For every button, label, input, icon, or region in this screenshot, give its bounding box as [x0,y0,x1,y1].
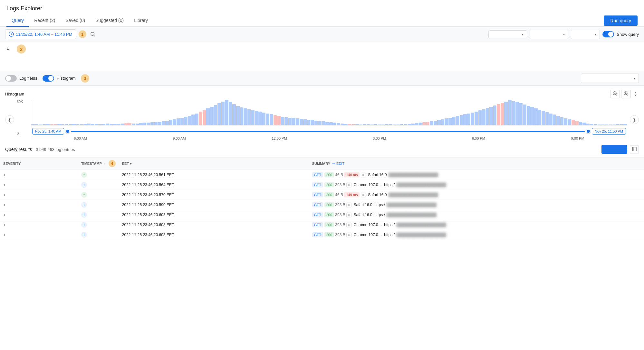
dropdown-1[interactable]: ▾ [488,30,527,38]
col-eet[interactable]: EET ▾ [119,157,309,170]
histogram-bar[interactable] [232,104,236,125]
histogram-bar[interactable] [221,102,225,125]
histogram-bar[interactable] [177,118,180,125]
expand-row-button[interactable]: › [3,182,6,188]
histogram-bar[interactable] [124,123,128,125]
histogram-bar[interactable] [508,100,512,125]
histogram-bar[interactable] [534,108,538,125]
histogram-bar[interactable] [98,124,102,125]
histogram-bar[interactable] [113,124,117,125]
histogram-bar[interactable] [523,105,526,125]
histogram-bar[interactable] [560,117,564,125]
histogram-bar[interactable] [452,117,456,125]
histogram-bar[interactable] [426,122,430,125]
time-range-button[interactable]: 11/25/22, 1:46 AM – 11:46 PM [5,29,76,39]
nav-right-button[interactable]: ❯ [630,115,639,124]
histogram-bar[interactable] [590,124,593,125]
scrubber-right-handle[interactable] [586,129,591,134]
histogram-bar[interactable] [188,116,191,125]
histogram-bar[interactable] [270,114,273,125]
histogram-bar[interactable] [72,124,76,125]
filter-icon-button[interactable]: ≡ [346,223,351,227]
histogram-bar[interactable] [121,124,124,125]
histogram-bar[interactable] [199,112,202,125]
histogram-bar[interactable] [136,124,139,125]
histogram-bar[interactable] [393,125,396,125]
histogram-bar[interactable] [154,122,158,125]
expand-results-button[interactable] [630,145,639,154]
histogram-bar[interactable] [623,124,627,125]
histogram-bar[interactable] [389,124,392,125]
histogram-bar[interactable] [620,124,623,125]
histogram-bar[interactable] [240,107,244,125]
histogram-bars[interactable] [31,100,627,125]
histogram-bar[interactable] [556,116,560,125]
histogram-bar[interactable] [288,118,292,125]
histogram-bar[interactable] [612,125,616,125]
histogram-bar[interactable] [396,125,400,125]
scrubber-left-handle[interactable] [65,129,70,134]
histogram-bar[interactable] [195,114,199,125]
histogram-bar[interactable] [203,110,206,125]
histogram-bar[interactable] [363,124,366,125]
histogram-bar[interactable] [31,124,35,125]
run-query-button[interactable]: Run query [604,15,638,26]
histogram-bar[interactable] [274,115,277,125]
histogram-bar[interactable] [344,124,348,125]
filter-icon-button[interactable]: ≡ [361,173,366,177]
histogram-bar[interactable] [616,124,620,125]
expand-row-button[interactable]: › [3,232,6,238]
histogram-bar[interactable] [329,122,333,125]
histogram-bar[interactable] [605,125,609,125]
histogram-bar[interactable] [586,124,590,125]
histogram-bar[interactable] [437,120,441,125]
histogram-bar[interactable] [355,124,359,125]
histogram-bar[interactable] [210,107,214,125]
search-icon-button[interactable] [89,30,97,38]
histogram-bar[interactable] [504,102,508,125]
histogram-bar[interactable] [76,124,80,125]
filter-icon-button[interactable]: ≡ [346,233,351,237]
zoom-in-button[interactable] [621,90,631,98]
histogram-bar[interactable] [307,120,311,125]
histogram-bar[interactable] [515,102,519,125]
histogram-bar[interactable] [325,122,329,125]
histogram-bar[interactable] [493,105,497,125]
histogram-bar[interactable] [501,103,504,125]
histogram-bar[interactable] [150,122,154,125]
histogram-bar[interactable] [132,124,135,125]
filter-icon-button[interactable]: ≡ [361,193,366,197]
histogram-bar[interactable] [292,118,295,125]
expand-row-button[interactable]: › [3,172,6,178]
histogram-bar[interactable] [512,101,515,125]
histogram-toggle[interactable] [43,75,54,82]
histogram-bar[interactable] [482,109,485,125]
tab-saved[interactable]: Saved (0) [60,15,90,27]
histogram-bar[interactable] [318,121,322,125]
histogram-bar[interactable] [598,125,601,125]
histogram-bar[interactable] [527,106,530,125]
histogram-bar[interactable] [173,119,176,125]
histogram-bar[interactable] [404,124,407,125]
histogram-bar[interactable] [314,121,318,125]
filter-icon-button[interactable]: ≡ [346,203,351,207]
histogram-bar[interactable] [415,123,418,125]
dropdown-3[interactable]: ▾ [571,30,600,39]
histogram-bar[interactable] [296,118,299,125]
histogram-bar[interactable] [281,117,284,125]
histogram-bar[interactable] [460,115,463,125]
histogram-bar[interactable] [594,124,597,125]
expand-row-button[interactable]: › [3,192,6,198]
histogram-bar[interactable] [434,121,437,125]
edit-summary-button[interactable]: ✏ EDIT [331,162,346,166]
histogram-bar[interactable] [400,124,404,125]
histogram-bar[interactable] [184,117,187,125]
histogram-bar[interactable] [217,103,221,125]
histogram-bar[interactable] [143,123,147,125]
histogram-bar[interactable] [456,116,459,125]
histogram-bar[interactable] [422,122,426,125]
histogram-bar[interactable] [463,114,467,125]
histogram-bar[interactable] [549,114,553,125]
show-query-toggle[interactable] [602,31,614,37]
histogram-bar[interactable] [579,122,582,125]
